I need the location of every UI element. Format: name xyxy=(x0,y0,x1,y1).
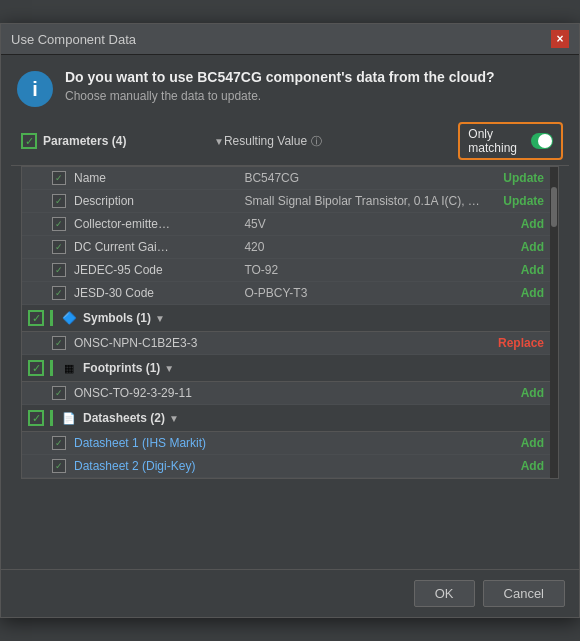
row-param: DC Current Gai… xyxy=(74,240,244,254)
row-param: JESD-30 Code xyxy=(74,286,244,300)
info-icon: i xyxy=(17,71,53,107)
only-matching-container: Only matching xyxy=(508,122,563,160)
toggle-switch[interactable] xyxy=(531,133,553,149)
scrollbar-thumb[interactable] xyxy=(551,187,557,227)
content-area: Name BC547CG Update Description Small Si… xyxy=(21,166,559,479)
row-checkbox[interactable] xyxy=(52,436,66,450)
symbols-left-bar xyxy=(50,310,53,326)
params-master-checkbox[interactable] xyxy=(21,133,37,149)
datasheet-link[interactable]: Datasheet 1 (IHS Markit) xyxy=(74,436,206,450)
footprints-icon: ▦ xyxy=(61,360,77,376)
footprints-checkbox[interactable] xyxy=(28,360,44,376)
footprints-title: Footprints (1) xyxy=(83,361,160,375)
footprints-left-bar xyxy=(50,360,53,376)
only-matching-label: Only matching xyxy=(468,127,525,155)
footprints-section-header: ▦ Footprints (1) ▼ xyxy=(22,355,550,382)
datasheets-title: Datasheets (2) xyxy=(83,411,165,425)
row-param: Description xyxy=(74,194,244,208)
table-row: DC Current Gai… 420 Add xyxy=(22,236,550,259)
datasheets-checkbox[interactable] xyxy=(28,410,44,426)
row-checkbox[interactable] xyxy=(52,171,66,185)
row-checkbox[interactable] xyxy=(52,217,66,231)
datasheets-arrow: ▼ xyxy=(169,413,179,424)
row-value: BC547CG xyxy=(244,171,489,185)
row-value: Small Signal Bipolar Transistor, 0.1A I(… xyxy=(244,194,489,208)
row-param: ONSC-TO-92-3-29-11 xyxy=(74,386,244,400)
header-subtitle: Choose manually the data to update. xyxy=(65,89,495,103)
scrollbar[interactable] xyxy=(550,167,558,478)
symbols-section-header: 🔷 Symbols (1) ▼ xyxy=(22,305,550,332)
value-help-icon: ⓘ xyxy=(311,134,322,149)
header-question: Do you want to use BC547CG component's d… xyxy=(65,69,495,85)
row-value: 420 xyxy=(244,240,489,254)
spacer xyxy=(1,489,579,569)
row-checkbox[interactable] xyxy=(52,336,66,350)
row-param: JEDEC-95 Code xyxy=(74,263,244,277)
params-arrow: ▼ xyxy=(214,136,224,147)
row-action[interactable]: Add xyxy=(489,263,544,277)
cancel-button[interactable]: Cancel xyxy=(483,580,565,607)
datasheets-icon: 📄 xyxy=(61,410,77,426)
param-header-left: Parameters (4) ▼ xyxy=(21,133,224,149)
table-row: Description Small Signal Bipolar Transis… xyxy=(22,190,550,213)
row-value: TO-92 xyxy=(244,263,489,277)
row-action[interactable]: Update xyxy=(489,171,544,185)
row-action[interactable]: Replace xyxy=(489,336,544,350)
table-with-scroll: Name BC547CG Update Description Small Si… xyxy=(22,167,558,478)
datasheets-left-bar xyxy=(50,410,53,426)
table-row: Datasheet 2 (Digi-Key) Add xyxy=(22,455,550,478)
row-checkbox[interactable] xyxy=(52,459,66,473)
use-component-data-dialog: Use Component Data × i Do you want to us… xyxy=(0,23,580,618)
row-param: Name xyxy=(74,171,244,185)
table-area: Parameters (4) ▼ Resulting Value ⓘ Only … xyxy=(1,117,579,489)
row-action[interactable]: Update xyxy=(489,194,544,208)
header-text: Do you want to use BC547CG component's d… xyxy=(65,69,495,103)
close-button[interactable]: × xyxy=(551,30,569,48)
toggle-knob xyxy=(538,134,552,148)
dialog-title: Use Component Data xyxy=(11,32,136,47)
row-action[interactable]: Add xyxy=(489,217,544,231)
footer: OK Cancel xyxy=(1,569,579,617)
table-row: ONSC-NPN-C1B2E3-3 Replace xyxy=(22,332,550,355)
row-param: ONSC-NPN-C1B2E3-3 xyxy=(74,336,244,350)
ok-button[interactable]: OK xyxy=(414,580,475,607)
header-section: i Do you want to use BC547CG component's… xyxy=(1,55,579,117)
footprints-arrow: ▼ xyxy=(164,363,174,374)
row-action[interactable]: Add xyxy=(489,436,544,450)
col-header-param: Parameters (4) xyxy=(43,134,210,148)
symbols-title: Symbols (1) xyxy=(83,311,151,325)
row-checkbox[interactable] xyxy=(52,263,66,277)
row-checkbox[interactable] xyxy=(52,286,66,300)
only-matching-toggle[interactable]: Only matching xyxy=(458,122,563,160)
datasheet-link[interactable]: Datasheet 2 (Digi-Key) xyxy=(74,459,195,473)
row-action[interactable]: Add xyxy=(489,386,544,400)
row-checkbox[interactable] xyxy=(52,386,66,400)
row-value: O-PBCY-T3 xyxy=(244,286,489,300)
table-row: Name BC547CG Update xyxy=(22,167,550,190)
row-action[interactable]: Add xyxy=(489,459,544,473)
row-value: 45V xyxy=(244,217,489,231)
symbols-arrow: ▼ xyxy=(155,313,165,324)
column-header-row: Parameters (4) ▼ Resulting Value ⓘ Only … xyxy=(11,117,569,166)
table-row: JEDEC-95 Code TO-92 Add xyxy=(22,259,550,282)
table-content: Name BC547CG Update Description Small Si… xyxy=(22,167,550,478)
table-row: ONSC-TO-92-3-29-11 Add xyxy=(22,382,550,405)
table-row: Datasheet 1 (IHS Markit) Add xyxy=(22,432,550,455)
row-action[interactable]: Add xyxy=(489,286,544,300)
table-row: Collector-emitte… 45V Add xyxy=(22,213,550,236)
title-bar: Use Component Data × xyxy=(1,24,579,55)
row-action[interactable]: Add xyxy=(489,240,544,254)
table-row: JESD-30 Code O-PBCY-T3 Add xyxy=(22,282,550,305)
symbols-checkbox[interactable] xyxy=(28,310,44,326)
row-checkbox[interactable] xyxy=(52,240,66,254)
symbols-icon: 🔷 xyxy=(61,310,77,326)
datasheets-section-header: 📄 Datasheets (2) ▼ xyxy=(22,405,550,432)
row-param: Collector-emitte… xyxy=(74,217,244,231)
row-checkbox[interactable] xyxy=(52,194,66,208)
